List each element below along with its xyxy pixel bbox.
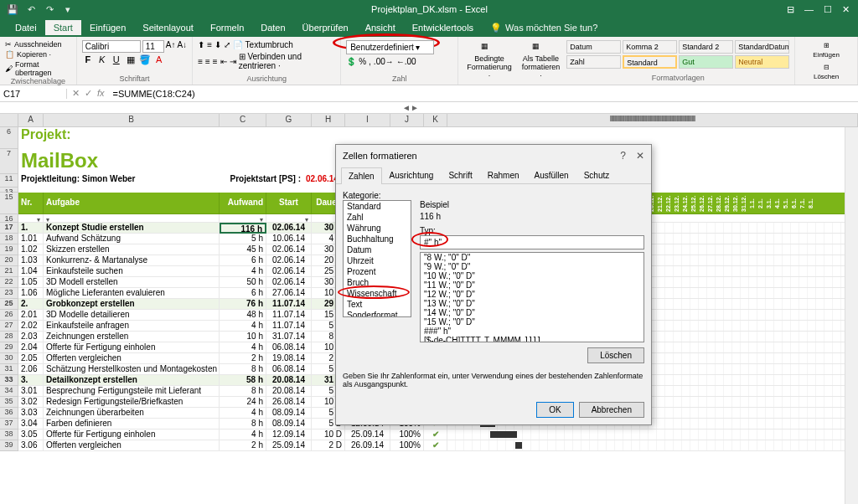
indent-inc-icon[interactable]: ⇥ xyxy=(230,57,236,66)
bold-button[interactable]: F xyxy=(82,54,94,65)
type-item[interactable]: "9 W.; "0" D" xyxy=(421,262,644,271)
maximize-icon[interactable]: ☐ xyxy=(824,4,832,15)
filter-icon[interactable]: ▾ xyxy=(260,216,263,223)
category-item[interactable]: Prozent xyxy=(344,266,411,277)
insert-cells-button[interactable]: ⊞Einfügen xyxy=(799,40,854,60)
align-mid-icon[interactable]: ≡ xyxy=(207,40,212,49)
tab-einfuegen[interactable]: Einfügen xyxy=(81,20,134,35)
save-icon[interactable]: 💾 xyxy=(7,3,18,15)
tab-entwicklertools[interactable]: Entwicklertools xyxy=(404,20,482,35)
redo-icon[interactable]: ↷ xyxy=(44,3,55,15)
align-top-icon[interactable]: ⬆ xyxy=(198,40,204,49)
col-header[interactable]: A xyxy=(18,114,44,126)
col-header[interactable]: I xyxy=(345,114,390,126)
style-neutral[interactable]: Neutral xyxy=(735,55,789,69)
align-left-icon[interactable]: ≡ xyxy=(198,57,203,66)
category-item[interactable]: Uhrzeit xyxy=(344,255,411,266)
style-gallery[interactable]: Datum Komma 2 Standard 2 StandardDatum Z… xyxy=(566,40,789,69)
loeschen-button[interactable]: Löschen xyxy=(587,347,644,363)
wrap-button[interactable]: 📄 Textumbruch xyxy=(233,40,293,49)
table-row[interactable]: 383.05Offerte für Fertigung einholen4 h1… xyxy=(0,429,858,440)
category-item[interactable]: Buchhaltung xyxy=(344,234,411,244)
column-split-icon[interactable]: ◄► xyxy=(402,103,419,112)
type-item[interactable]: "15 W.; "0" D" xyxy=(421,317,644,327)
tab-daten[interactable]: Daten xyxy=(252,20,293,35)
dec-dec-icon[interactable]: ←.00 xyxy=(396,57,416,66)
dtab-zahlen[interactable]: Zahlen xyxy=(341,167,382,184)
vertical-scrollbar[interactable] xyxy=(845,127,858,504)
style-standard[interactable]: Standard xyxy=(623,55,677,69)
type-item[interactable]: "11 W.; "0" D" xyxy=(421,280,644,290)
tab-seitenlayout[interactable]: Seitenlayout xyxy=(134,20,202,35)
tab-ansicht[interactable]: Ansicht xyxy=(357,20,404,35)
font-color-button[interactable]: A xyxy=(153,54,165,65)
copy-button[interactable]: 📋Kopieren · xyxy=(5,50,71,59)
delete-cells-button[interactable]: ⊟Löschen xyxy=(799,62,854,82)
comma-icon[interactable]: , xyxy=(369,57,371,66)
ribbon-collapse-icon[interactable]: ⊟ xyxy=(787,4,794,15)
select-all-corner[interactable] xyxy=(0,114,18,126)
shrink-font-icon[interactable]: A↓ xyxy=(177,40,187,53)
dtab-rahmen[interactable]: Rahmen xyxy=(480,167,527,183)
style-std2[interactable]: Standard 2 xyxy=(679,40,733,54)
underline-button[interactable]: U xyxy=(111,54,122,65)
accept-formula-icon[interactable]: ✓ xyxy=(85,88,92,99)
grow-font-icon[interactable]: A↑ xyxy=(166,40,176,53)
tell-me[interactable]: 💡Was möchten Sie tun? xyxy=(482,20,606,36)
tab-start[interactable]: Start xyxy=(45,20,81,35)
fill-button[interactable]: 🪣 xyxy=(139,54,151,65)
inc-dec-icon[interactable]: .00→ xyxy=(374,57,394,66)
dialog-close-icon[interactable]: ✕ xyxy=(636,150,644,162)
help-icon[interactable]: ? xyxy=(620,150,626,162)
style-datum[interactable]: Datum xyxy=(566,40,621,54)
category-item[interactable]: Text xyxy=(344,299,411,310)
type-item[interactable]: ###" h" xyxy=(421,327,644,336)
fx-icon[interactable]: fx xyxy=(97,88,105,99)
indent-dec-icon[interactable]: ⇤ xyxy=(220,57,227,66)
format-table-button[interactable]: ▦Als Tabelle formatieren · xyxy=(519,40,564,81)
qat-icon[interactable]: ▾ xyxy=(62,3,74,15)
cancel-button[interactable]: Abbrechen xyxy=(579,402,644,418)
col-header[interactable]: G xyxy=(266,114,312,126)
font-name-select[interactable]: Calibri xyxy=(82,40,141,53)
type-item[interactable]: "10 W.; "0" D" xyxy=(421,271,644,280)
align-bot-icon[interactable]: ⬇ xyxy=(214,40,221,49)
filter-icon[interactable]: ▾ xyxy=(305,216,308,223)
category-item[interactable]: Währung xyxy=(344,223,411,234)
category-item[interactable]: Datum xyxy=(344,244,411,255)
percent-icon[interactable]: % xyxy=(359,57,366,66)
border-button[interactable]: ▦ xyxy=(125,54,137,65)
type-list[interactable]: "8 W.; "0" D""9 W.; "0" D""10 W.; "0" D"… xyxy=(420,252,644,342)
cond-format-button[interactable]: ▦Bedingte Formatierung · xyxy=(463,40,515,81)
col-header[interactable]: C xyxy=(220,114,266,126)
cut-button[interactable]: ✂Ausschneiden xyxy=(5,40,71,49)
italic-button[interactable]: K xyxy=(96,54,108,65)
style-komma[interactable]: Komma 2 xyxy=(623,40,677,54)
category-item[interactable]: Sonderformat xyxy=(344,310,411,317)
type-item[interactable]: "14 W.; "0" D" xyxy=(421,308,644,317)
style-gut[interactable]: Gut xyxy=(679,55,733,69)
cancel-formula-icon[interactable]: ✕ xyxy=(72,88,80,99)
style-stddatum[interactable]: StandardDatum xyxy=(735,40,789,54)
col-header[interactable]: K xyxy=(424,114,447,126)
close-icon[interactable]: ✕ xyxy=(842,4,850,15)
dtab-schutz[interactable]: Schutz xyxy=(576,167,618,183)
style-zahl[interactable]: Zahl xyxy=(566,55,621,69)
col-header[interactable]: H xyxy=(312,114,345,126)
type-item[interactable]: "8 W.; "0" D" xyxy=(421,253,644,262)
number-format-select[interactable]: Benutzerdefiniert ▾ xyxy=(346,40,434,54)
col-header[interactable]: B xyxy=(44,114,220,126)
name-box[interactable]: C17 xyxy=(0,89,67,99)
category-list[interactable]: StandardZahlWährungBuchhaltungDatumUhrze… xyxy=(343,200,411,317)
category-item[interactable]: Bruch xyxy=(344,277,411,288)
dtab-ausfuellen[interactable]: Ausfüllen xyxy=(527,167,576,183)
align-center-icon[interactable]: ≡ xyxy=(205,57,210,66)
tab-datei[interactable]: Datei xyxy=(7,20,45,35)
dtab-schrift[interactable]: Schrift xyxy=(441,167,479,183)
tab-ueberpruefen[interactable]: Überprüfen xyxy=(294,20,357,35)
col-headers-gantt[interactable]: ||||||||||||||||||||||||||||||||||||||||… xyxy=(447,114,858,126)
filter-icon[interactable]: ▾ xyxy=(37,216,40,223)
filter-icon[interactable]: ▾ xyxy=(46,216,49,223)
undo-icon[interactable]: ↶ xyxy=(25,3,37,15)
category-item[interactable]: Standard xyxy=(344,201,411,212)
